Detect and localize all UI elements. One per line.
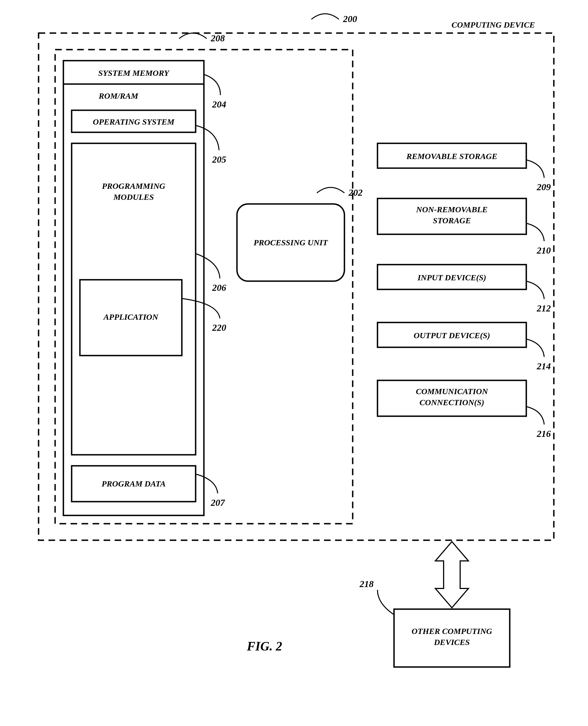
ref-207: 207	[211, 498, 225, 508]
ref-220: 220	[212, 323, 226, 333]
ref-216: 216	[537, 429, 551, 439]
programming-modules-label-2: MODULES	[113, 192, 154, 202]
ref-202: 202	[348, 187, 363, 198]
leader-202	[317, 187, 344, 193]
leader-212	[526, 281, 544, 299]
leader-204	[204, 75, 220, 95]
communication-connections-label-1: COMMUNICATION	[416, 387, 488, 396]
svg-marker-0	[435, 542, 468, 608]
ref-200: 200	[343, 14, 357, 24]
processing-unit-label: PROCESSING UNIT	[253, 238, 328, 247]
figure-caption: FIG. 2	[247, 639, 282, 653]
ref-209: 209	[537, 182, 551, 192]
leader-208	[179, 33, 207, 39]
diagram-root: COMPUTING DEVICE 200 208 SYSTEM MEMORY R…	[0, 0, 588, 726]
ref-206: 206	[212, 283, 226, 293]
double-arrow-icon	[435, 542, 468, 608]
removable-storage-label: REMOVABLE STORAGE	[406, 151, 497, 161]
leader-210	[526, 223, 544, 241]
other-computing-devices-label-1: OTHER COMPUTING	[412, 626, 492, 636]
output-devices-label: OUTPUT DEVICE(S)	[414, 331, 490, 340]
programming-modules-label-1: PROGRAMMING	[102, 181, 165, 190]
leader-218	[377, 590, 394, 615]
ref-210: 210	[537, 245, 551, 255]
other-computing-devices-label-2: DEVICES	[434, 638, 470, 647]
leader-209	[526, 160, 544, 178]
ref-218: 218	[359, 579, 374, 589]
input-devices-label: INPUT DEVICE(S)	[417, 273, 486, 282]
ref-204: 204	[212, 99, 226, 109]
communication-connections-label-2: CONNECTION(S)	[419, 398, 484, 407]
non-removable-storage-label-2: STORAGE	[433, 216, 471, 225]
system-memory-label: SYSTEM MEMORY	[98, 68, 170, 78]
operating-system-label: OPERATING SYSTEM	[93, 117, 175, 126]
leader-200	[311, 14, 339, 19]
romram-label: ROM/RAM	[98, 91, 139, 100]
application-label: APPLICATION	[103, 312, 159, 321]
ref-208: 208	[211, 33, 225, 43]
ref-212: 212	[537, 303, 551, 313]
ref-214: 214	[537, 361, 551, 371]
leader-214	[526, 339, 544, 357]
program-data-label: PROGRAM DATA	[101, 479, 166, 488]
ref-205: 205	[212, 154, 226, 165]
non-removable-storage-label-1: NON-REMOVABLE	[416, 205, 487, 214]
leader-216	[526, 407, 544, 424]
computing-device-label: COMPUTING DEVICE	[451, 20, 535, 29]
